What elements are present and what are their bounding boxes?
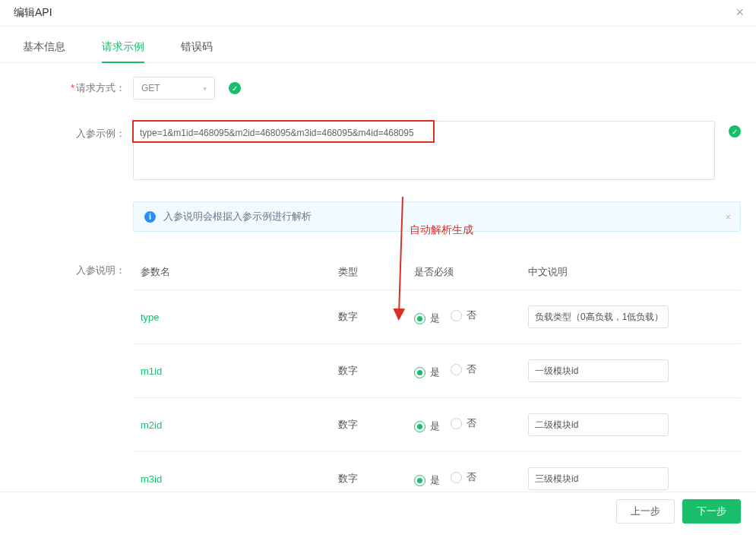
radio-yes[interactable]: 是 — [414, 473, 440, 487]
next-button[interactable]: 下一步 — [682, 499, 741, 524]
param-name: m3id — [141, 473, 162, 485]
table-row: m1id数字是否 — [133, 344, 741, 398]
th-desc: 中文说明 — [520, 255, 741, 290]
modal-header: 编辑API × — [0, 0, 756, 27]
param-name: m1id — [141, 365, 162, 377]
example-label: 入参示例： — [15, 121, 133, 141]
desc-label: 入参说明： — [15, 253, 133, 277]
radio-yes[interactable]: 是 — [414, 312, 440, 325]
valid-icon: ✓ — [229, 82, 241, 94]
desc-input[interactable] — [528, 413, 669, 436]
modal-title: 编辑API — [14, 6, 52, 18]
desc-input[interactable] — [528, 359, 669, 382]
radio-no[interactable]: 否 — [451, 308, 476, 322]
method-value: GET — [141, 83, 160, 93]
close-icon[interactable]: × — [735, 5, 744, 21]
method-select[interactable]: GET ▾ — [133, 77, 215, 100]
th-name: 参数名 — [133, 255, 331, 290]
modal-footer: 上一步 下一步 — [0, 492, 756, 530]
radio-yes[interactable]: 是 — [414, 419, 440, 433]
info-icon: i — [144, 211, 156, 223]
desc-input[interactable] — [528, 467, 669, 490]
table-row: m3id数字是否 — [133, 452, 741, 492]
alert-text: 入参说明会根据入参示例进行解析 — [163, 210, 312, 223]
param-type: 数字 — [338, 311, 358, 322]
chevron-down-icon: ▾ — [203, 84, 207, 93]
param-type: 数字 — [338, 365, 358, 376]
table-row: m2id数字是否 — [133, 398, 741, 452]
param-name: type — [141, 312, 160, 323]
param-type: 数字 — [338, 419, 358, 430]
radio-no[interactable]: 否 — [451, 416, 476, 430]
info-alert: i 入参说明会根据入参示例进行解析 × — [133, 201, 741, 232]
th-required: 是否必须 — [406, 255, 520, 290]
prev-button[interactable]: 上一步 — [616, 499, 675, 524]
radio-yes[interactable]: 是 — [414, 365, 440, 379]
radio-no[interactable]: 否 — [451, 470, 476, 484]
table-row: type数字是否 — [133, 290, 741, 344]
param-type: 数字 — [338, 473, 358, 484]
radio-no[interactable]: 否 — [451, 362, 476, 376]
form-body[interactable]: *请求方式： GET ▾ ✓ 入参示例： ✓ 自动解析生成 — [0, 63, 756, 492]
tabs: 基本信息 请求示例 错误码 — [0, 27, 756, 63]
tab-errors[interactable]: 错误码 — [181, 40, 213, 62]
tab-example[interactable]: 请求示例 — [102, 40, 144, 63]
method-label: *请求方式： — [15, 77, 133, 95]
tab-basic[interactable]: 基本信息 — [23, 40, 65, 62]
param-name: m2id — [141, 419, 162, 431]
th-type: 类型 — [331, 255, 406, 290]
valid-icon: ✓ — [729, 125, 741, 138]
param-table: 参数名 类型 是否必须 中文说明 type数字是否m1id数字是否m2id数字是… — [133, 255, 741, 492]
alert-close-icon[interactable]: × — [725, 211, 731, 223]
example-input[interactable] — [133, 121, 715, 180]
desc-input[interactable] — [528, 305, 669, 328]
